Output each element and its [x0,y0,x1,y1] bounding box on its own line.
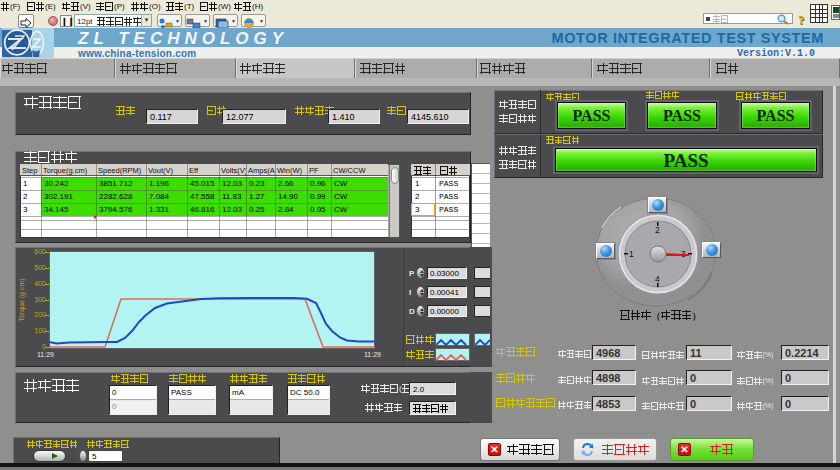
svg-text:1: 1 [629,249,634,259]
svg-text:4: 4 [655,274,660,284]
svg-text:2: 2 [655,225,660,235]
